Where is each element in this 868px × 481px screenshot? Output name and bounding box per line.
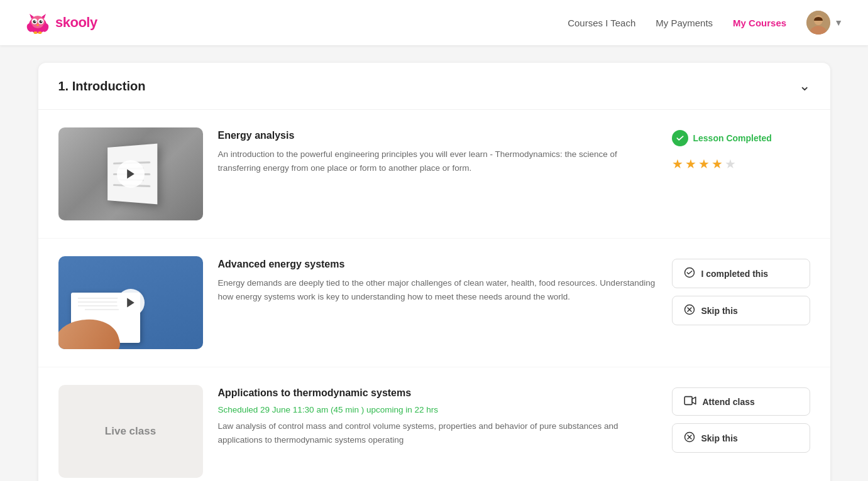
- x-circle-icon: [684, 431, 695, 445]
- section-header: 1. Introduction ⌄: [38, 63, 830, 110]
- play-button[interactable]: [117, 289, 145, 316]
- nav-my-courses[interactable]: My Courses: [733, 18, 786, 28]
- stars-rating[interactable]: ★ ★ ★ ★ ★: [672, 156, 810, 171]
- lesson-info: Applications to thermodynamic systems Sc…: [218, 385, 657, 446]
- header: skooly Courses I Teach My Payments My Co…: [0, 0, 868, 45]
- logo-area[interactable]: skooly: [25, 10, 97, 35]
- play-button[interactable]: [117, 160, 145, 188]
- svg-point-9: [41, 21, 42, 22]
- skip-label: Skip this: [701, 306, 738, 316]
- star-2[interactable]: ★: [685, 156, 696, 171]
- star-4[interactable]: ★: [711, 156, 723, 171]
- chevron-down-icon: ▼: [834, 18, 843, 28]
- svg-marker-19: [127, 298, 135, 308]
- play-icon: [124, 168, 137, 180]
- lesson-row: Energy analysis An introduction to the p…: [38, 110, 830, 239]
- lesson-title: Energy analysis: [218, 130, 657, 141]
- lesson-thumbnail-book[interactable]: [58, 127, 203, 220]
- avatar: [806, 11, 830, 35]
- lesson-thumbnail-liveclass: Live class: [58, 385, 203, 478]
- completed-icon: [672, 130, 688, 146]
- check-circle-icon: [684, 267, 695, 280]
- svg-point-6: [33, 20, 36, 23]
- svg-marker-18: [127, 170, 135, 179]
- skip-button[interactable]: Skip this: [672, 296, 810, 325]
- svg-point-13: [34, 31, 38, 34]
- lesson-row: Advanced energy systems Energy demands a…: [38, 239, 830, 367]
- star-5[interactable]: ★: [725, 156, 736, 171]
- section-card: 1. Introduction ⌄ Ener: [38, 63, 830, 481]
- lesson-title: Applications to thermodynamic systems: [218, 387, 657, 399]
- nav-my-payments[interactable]: My Payments: [656, 18, 713, 28]
- lesson-schedule: Scheduled 29 June 11:30 am (45 min ) upc…: [218, 405, 657, 414]
- svg-point-7: [40, 20, 43, 23]
- navigation: Courses I Teach My Payments My Courses ▼: [568, 11, 843, 35]
- nav-courses-teach[interactable]: Courses I Teach: [568, 18, 635, 28]
- x-circle-icon: [684, 304, 695, 317]
- completed-badge: Lesson Completed: [672, 130, 810, 146]
- play-icon: [124, 296, 137, 309]
- logo-text: skooly: [55, 14, 97, 31]
- lesson-actions: Attend class Skip this: [672, 385, 810, 453]
- complete-button[interactable]: I completed this: [672, 259, 810, 288]
- svg-rect-24: [684, 397, 692, 405]
- video-icon: [684, 396, 696, 408]
- check-icon: [676, 134, 684, 143]
- lesson-info: Energy analysis An introduction to the p…: [218, 127, 657, 175]
- attend-label: Attend class: [703, 397, 755, 407]
- svg-point-14: [38, 31, 42, 34]
- lesson-description: Energy demands are deeply tied to the ot…: [218, 276, 657, 303]
- skip-label: Skip this: [701, 433, 738, 443]
- completed-label: Lesson Completed: [693, 133, 772, 143]
- star-3[interactable]: ★: [698, 156, 710, 171]
- lesson-title: Advanced energy systems: [218, 259, 657, 270]
- complete-label: I completed this: [701, 269, 769, 279]
- lesson-description: Law analysis of control mass and control…: [218, 419, 657, 446]
- liveclass-label: Live class: [105, 425, 156, 438]
- user-menu[interactable]: ▼: [806, 11, 843, 35]
- skip-button[interactable]: Skip this: [672, 423, 810, 453]
- attend-class-button[interactable]: Attend class: [672, 387, 810, 416]
- lesson-thumbnail-notebook[interactable]: [58, 256, 203, 349]
- section-toggle-icon[interactable]: ⌄: [799, 78, 810, 94]
- svg-marker-25: [692, 397, 696, 404]
- lesson-info: Advanced energy systems Energy demands a…: [218, 256, 657, 303]
- lesson-actions: I completed this Skip this: [672, 256, 810, 325]
- star-1[interactable]: ★: [672, 156, 683, 171]
- lesson-description: An introduction to the powerful engineer…: [218, 148, 657, 175]
- lesson-actions: Lesson Completed ★ ★ ★ ★ ★: [672, 127, 810, 171]
- owl-logo-icon: [25, 10, 50, 35]
- main-content: 1. Introduction ⌄ Ener: [26, 63, 843, 481]
- section-title: 1. Introduction: [58, 79, 146, 94]
- lesson-row: Live class Applications to thermodynamic…: [38, 367, 830, 481]
- svg-point-8: [35, 21, 36, 22]
